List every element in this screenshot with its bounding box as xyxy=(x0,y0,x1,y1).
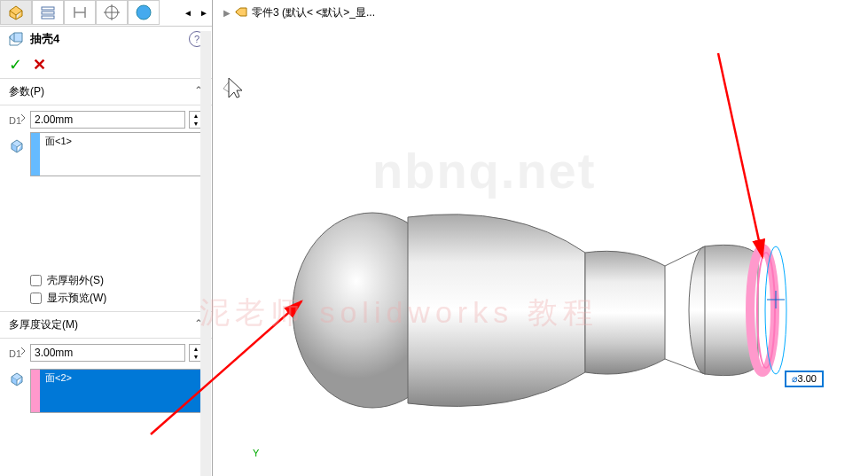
params-body: D1 ▲ ▼ 面<1> 壳厚朝外(S) 显示预览(W) xyxy=(0,105,212,311)
arrow-annotation xyxy=(718,53,762,257)
cursor-icon xyxy=(229,78,242,98)
multi-thickness-input[interactable] xyxy=(30,344,185,362)
dim-tab[interactable] xyxy=(64,0,96,25)
dim-icon xyxy=(71,4,89,21)
face-list[interactable]: 面<1> xyxy=(30,132,203,176)
confirm-row: ✓ ✕ xyxy=(0,51,212,78)
target-tab[interactable] xyxy=(96,0,128,25)
d1-icon: D1 xyxy=(9,112,27,128)
box-icon xyxy=(7,4,25,21)
show-preview-label: 显示预览(W) xyxy=(47,291,106,306)
tab-prev[interactable]: ◄ xyxy=(180,0,196,25)
dimension-label[interactable]: ⌀3.00 xyxy=(785,371,824,387)
target-icon xyxy=(103,4,121,21)
multi-face-list[interactable]: 面<2> xyxy=(30,369,203,413)
origin-y-label: Y xyxy=(253,448,259,458)
svg-point-4 xyxy=(137,5,151,20)
feature-tab[interactable] xyxy=(0,0,32,25)
breadcrumb: ▶ 零件3 (默认< <默认>_显... xyxy=(213,0,868,26)
ok-button[interactable]: ✓ xyxy=(9,55,22,74)
params-header[interactable]: 参数(P) ⌃ xyxy=(0,78,212,105)
feature-header: 抽壳4 ? xyxy=(0,27,212,51)
config-tab[interactable] xyxy=(32,0,64,25)
show-preview-checkbox[interactable] xyxy=(30,293,42,304)
face-bar xyxy=(31,133,40,176)
globe-icon xyxy=(135,4,152,21)
chevron-right-icon: ▶ xyxy=(223,8,231,18)
feature-title: 抽壳4 xyxy=(30,31,59,47)
dim-value: 3.00 xyxy=(798,373,817,384)
face-select-icon xyxy=(9,371,27,476)
cancel-button[interactable]: ✕ xyxy=(33,55,46,74)
list-icon xyxy=(39,4,57,21)
globe-tab[interactable] xyxy=(128,0,160,25)
svg-rect-1 xyxy=(42,12,54,14)
shell-outward-label: 壳厚朝外(S) xyxy=(47,273,104,288)
svg-rect-0 xyxy=(42,7,54,10)
part-icon xyxy=(234,6,248,20)
part-name[interactable]: 零件3 (默认< <默认>_显... xyxy=(252,5,375,20)
panel-scrollbar[interactable] xyxy=(200,31,211,476)
face-bar xyxy=(31,370,40,412)
property-panel: ◄ ► 抽壳4 ? ✓ ✕ 参数(P) ⌃ D1 ▲ ▼ 面<1> xyxy=(0,0,213,476)
face-item[interactable]: 面<2> xyxy=(40,370,202,412)
multi-body: D1 ▲ ▼ 面<2> xyxy=(0,339,212,476)
svg-text:D1: D1 xyxy=(9,348,21,359)
multi-header[interactable]: 多厚度设定(M) ⌃ xyxy=(0,311,212,339)
tab-next[interactable]: ► xyxy=(196,0,212,25)
viewport[interactable]: ▶ 零件3 (默认< <默认>_显... nbnq.net 泥老师 solidw… xyxy=(213,0,868,476)
face-select-icon xyxy=(9,137,27,270)
params-title: 参数(P) xyxy=(9,84,44,99)
face-item[interactable]: 面<1> xyxy=(40,133,202,176)
svg-rect-2 xyxy=(42,16,54,19)
shell-icon xyxy=(7,30,25,48)
d1-icon: D1 xyxy=(9,345,27,361)
multi-title: 多厚度设定(M) xyxy=(9,317,78,332)
model-view[interactable] xyxy=(213,27,868,476)
shell-outward-checkbox[interactable] xyxy=(30,275,42,286)
svg-text:D1: D1 xyxy=(9,115,21,126)
panel-tabs: ◄ ► xyxy=(0,0,212,27)
thickness-input[interactable] xyxy=(30,111,185,129)
